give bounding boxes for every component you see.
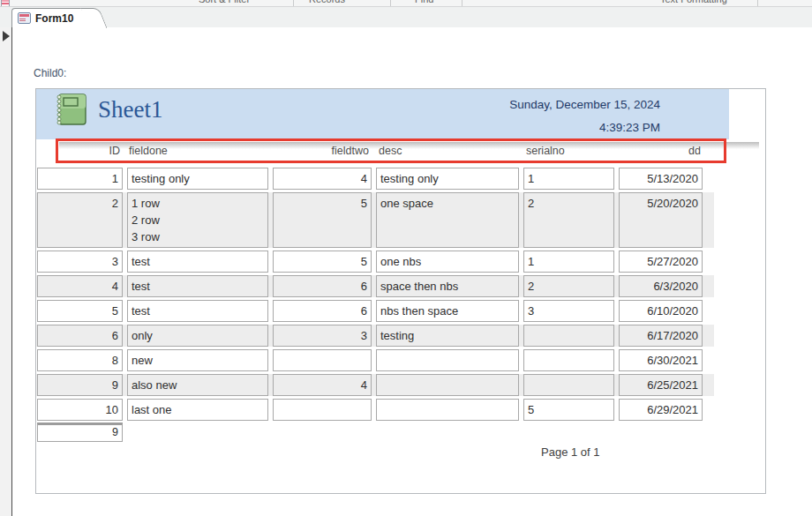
column-header-dd: dd (619, 145, 701, 159)
access-window: Sort & Filter Records Find Text Formatti… (0, 0, 812, 516)
ribbon-remnant: Sort & Filter Records Find Text Formatti… (0, 0, 812, 7)
cell-desc[interactable]: one space (376, 192, 519, 248)
tab-label: Form10 (35, 12, 73, 25)
ribbon-separator (293, 0, 294, 7)
table-row: 3test5one nbs15/27/2020 (36, 251, 714, 273)
cell-dd[interactable]: 6/30/2021 (619, 349, 703, 371)
cell-fieldone[interactable]: test (127, 275, 268, 297)
subform-label: Child0: (34, 67, 66, 79)
cell-id[interactable]: 5 (37, 300, 123, 322)
cell-desc[interactable]: one nbs (376, 251, 519, 273)
cell-desc[interactable]: testing only (376, 168, 519, 190)
ribbon-separator (757, 0, 758, 7)
cell-id[interactable]: 4 (37, 275, 123, 297)
current-record-arrow-icon (3, 31, 10, 41)
cell-id[interactable]: 6 (37, 325, 123, 347)
cell-dd[interactable]: 5/27/2020 (619, 251, 703, 273)
cell-fieldtwo[interactable]: 6 (273, 275, 372, 297)
column-header-fieldone: fieldone (129, 145, 270, 159)
cell-id[interactable]: 2 (37, 192, 123, 248)
subform-canvas: Sheet1 Sunday, December 15, 2024 4:39:23… (35, 88, 766, 494)
table-row: 9also new46/25/2021 (36, 374, 714, 396)
cell-fieldone[interactable]: only (127, 325, 268, 347)
column-header-fieldtwo: fieldtwo (273, 145, 369, 159)
cell-desc[interactable]: space then nbs (376, 275, 519, 297)
cell-serialno[interactable]: 2 (523, 275, 614, 297)
table-row: 21 row 2 row 3 row5one space25/20/2020 (36, 192, 714, 248)
column-header-serialno: serialno (526, 145, 617, 159)
column-header-desc: desc (379, 145, 522, 159)
cell-fieldtwo[interactable]: 3 (273, 325, 372, 347)
cell-fieldone[interactable]: also new (127, 374, 268, 396)
cell-id[interactable]: 8 (37, 349, 123, 371)
page-indicator: Page 1 of 1 (541, 445, 600, 459)
cell-desc[interactable]: nbs then space (376, 300, 519, 322)
cell-dd[interactable]: 6/25/2021 (619, 374, 703, 396)
cell-serialno[interactable] (523, 374, 614, 396)
report-header-band: Sheet1 Sunday, December 15, 2024 4:39:23… (36, 89, 729, 139)
cell-fieldone[interactable]: 1 row 2 row 3 row (127, 192, 268, 248)
cell-serialno[interactable]: 5 (523, 399, 614, 421)
ribbon-group-text-formatting: Text Formatting (660, 0, 727, 4)
cell-fieldtwo[interactable]: 5 (273, 192, 372, 248)
detail-rows: 1testing only4testing only15/13/202021 r… (36, 168, 714, 423)
ribbon-group-find: Find (415, 0, 433, 4)
cell-serialno[interactable] (523, 349, 614, 371)
cell-dd[interactable]: 5/20/2020 (619, 192, 703, 248)
cell-fieldone[interactable]: test (127, 251, 268, 273)
ribbon-group-sort-filter: Sort & Filter (199, 0, 250, 4)
cell-dd[interactable]: 6/10/2020 (619, 300, 703, 322)
cell-fieldone[interactable]: testing only (127, 168, 268, 190)
cell-serialno[interactable] (523, 325, 614, 347)
cell-id[interactable]: 1 (37, 168, 123, 190)
cell-serialno[interactable]: 1 (523, 251, 614, 273)
cell-dd[interactable]: 6/17/2020 (619, 325, 703, 347)
ribbon-separator (390, 0, 391, 7)
column-header-id: ID (37, 145, 120, 159)
cell-serialno[interactable]: 1 (523, 168, 614, 190)
table-row: 6only3testing6/17/2020 (36, 325, 714, 347)
table-row: 8new6/30/2021 (36, 349, 714, 371)
report-date: Sunday, December 15, 2024 (509, 98, 660, 111)
clipped-ribbon-icon (1, 0, 10, 6)
cell-id[interactable]: 3 (37, 251, 123, 273)
cell-fieldtwo[interactable]: 6 (273, 300, 372, 322)
cell-serialno[interactable]: 2 (523, 192, 614, 248)
cell-desc[interactable] (376, 374, 519, 396)
record-selector-strip[interactable] (0, 27, 12, 516)
ribbon-group-records: Records (309, 0, 345, 4)
cell-desc[interactable] (376, 349, 519, 371)
cell-serialno[interactable]: 3 (523, 300, 614, 322)
table-row: 10last one56/29/2021 (36, 399, 714, 421)
cell-fieldtwo[interactable]: 5 (273, 251, 372, 273)
document-tab-strip: Form10 (0, 7, 812, 27)
cell-fieldone[interactable]: last one (127, 399, 268, 421)
tab-form10[interactable]: Form10 (11, 8, 93, 27)
cell-fieldtwo[interactable]: 4 (273, 168, 372, 190)
cell-id[interactable]: 9 (37, 374, 123, 396)
cell-dd[interactable]: 6/29/2021 (619, 399, 703, 421)
cell-dd[interactable]: 5/13/2020 (619, 168, 703, 190)
report-time: 4:39:23 PM (599, 121, 660, 134)
cell-desc[interactable]: testing (376, 325, 519, 347)
cell-fieldone[interactable]: test (127, 300, 268, 322)
report-title: Sheet1 (98, 96, 163, 123)
table-row: 4test6space then nbs26/3/2020 (36, 275, 714, 297)
notebook-icon (54, 93, 89, 128)
ribbon-separator (462, 0, 462, 7)
table-row: 5test6nbs then space36/10/2020 (36, 300, 714, 322)
cell-fieldtwo[interactable] (273, 349, 372, 371)
cell-id[interactable]: 10 (37, 399, 123, 421)
cell-dd[interactable]: 6/3/2020 (619, 275, 703, 297)
cell-fieldtwo[interactable] (273, 399, 372, 421)
table-row: 1testing only4testing only15/13/2020 (36, 168, 714, 190)
cell-fieldtwo[interactable]: 4 (273, 374, 372, 396)
record-count-box[interactable]: 9 (37, 423, 123, 442)
cell-desc[interactable] (376, 399, 519, 421)
form-icon (18, 12, 31, 24)
cell-fieldone[interactable]: new (127, 349, 268, 371)
